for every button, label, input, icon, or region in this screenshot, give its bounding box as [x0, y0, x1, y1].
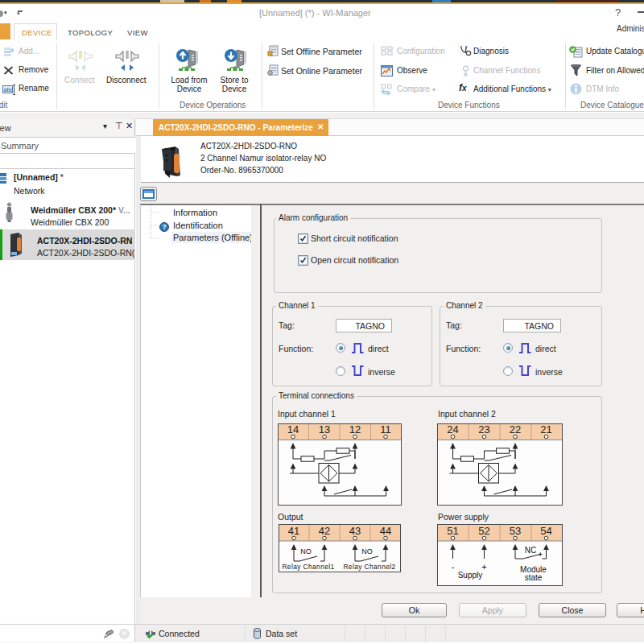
svg-text:12: 12	[349, 423, 361, 436]
svg-text:Relay Channel1: Relay Channel1	[282, 563, 334, 571]
svg-text:11: 11	[380, 423, 391, 436]
svg-text:13: 13	[319, 423, 330, 436]
svg-text:NO: NO	[361, 547, 373, 555]
svg-text:state: state	[525, 573, 543, 582]
svg-text:22: 22	[510, 423, 521, 436]
svg-text:54: 54	[540, 525, 551, 537]
svg-text:-: -	[452, 562, 455, 572]
svg-text:23: 23	[478, 423, 489, 436]
svg-text:52: 52	[478, 525, 489, 537]
svg-text:abc: abc	[4, 87, 14, 93]
svg-text:51: 51	[447, 525, 458, 537]
svg-text:53: 53	[510, 525, 521, 537]
svg-text:NO: NO	[300, 547, 312, 555]
svg-text:43: 43	[349, 525, 361, 537]
svg-text:42: 42	[319, 525, 330, 537]
svg-text:14: 14	[287, 423, 299, 436]
svg-text:Relay Channel2: Relay Channel2	[343, 563, 395, 571]
svg-text:NC: NC	[525, 546, 536, 555]
svg-text:44: 44	[380, 525, 391, 537]
svg-text:21: 21	[540, 423, 551, 436]
svg-text:41: 41	[288, 525, 299, 537]
svg-text:24: 24	[447, 423, 458, 436]
svg-text:Supply: Supply	[458, 571, 483, 580]
